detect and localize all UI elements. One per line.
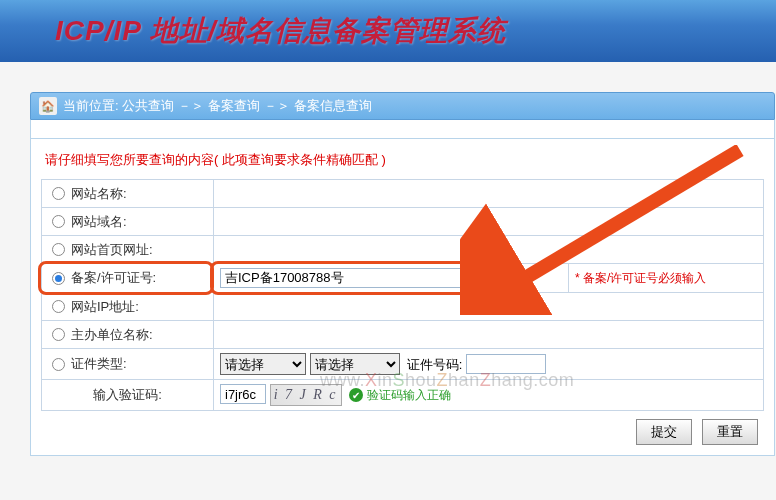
radio-org-name[interactable] xyxy=(52,328,65,341)
captcha-image[interactable]: i 7 J R c xyxy=(270,384,342,406)
form-instruction: 请仔细填写您所要查询的内容( 此项查询要求条件精确匹配 ) xyxy=(45,151,764,169)
breadcrumb-l3: 备案信息查询 xyxy=(294,97,372,115)
breadcrumb-l2[interactable]: 备案查询 xyxy=(208,97,260,115)
radio-cert-type[interactable] xyxy=(52,358,65,371)
cert-type-select-1[interactable]: 请选择 xyxy=(220,353,306,375)
radio-site-name[interactable] xyxy=(52,187,65,200)
icp-number-input[interactable] xyxy=(220,268,480,288)
breadcrumb-l1[interactable]: 公共查询 xyxy=(122,97,174,115)
reset-button[interactable]: 重置 xyxy=(702,419,758,445)
home-icon[interactable]: 🏠 xyxy=(39,97,57,115)
query-form-table: 网站名称: 网站域名: 网站首页网址: 备案/许可证号: xyxy=(41,179,764,411)
input-site-url[interactable] xyxy=(214,236,764,264)
cert-no-label: 证件号码: xyxy=(407,357,463,372)
breadcrumb-label: 当前位置: xyxy=(63,97,119,115)
captcha-ok-badge: 验证码输入正确 xyxy=(349,387,451,404)
query-form-panel: 请仔细填写您所要查询的内容( 此项查询要求条件精确匹配 ) 网站名称: 网站域名… xyxy=(30,138,775,456)
radio-site-ip[interactable] xyxy=(52,300,65,313)
captcha-input[interactable] xyxy=(220,384,266,404)
radio-site-domain[interactable] xyxy=(52,215,65,228)
page-title: ICP/IP 地址/域名信息备案管理系统 xyxy=(55,12,506,50)
radio-site-url[interactable] xyxy=(52,243,65,256)
input-site-name[interactable] xyxy=(214,180,764,208)
header-banner: ICP/IP 地址/域名信息备案管理系统 xyxy=(0,0,776,62)
input-site-domain[interactable] xyxy=(214,208,764,236)
breadcrumb: 🏠 当前位置: 公共查询 －＞ 备案查询 －＞ 备案信息查询 xyxy=(30,92,775,120)
cert-no-input[interactable] xyxy=(466,354,546,374)
cert-type-select-2[interactable]: 请选择 xyxy=(310,353,400,375)
submit-button[interactable]: 提交 xyxy=(636,419,692,445)
radio-icp-number[interactable] xyxy=(52,272,65,285)
icp-required-note: * 备案/许可证号必须输入 xyxy=(575,271,706,285)
input-org-name[interactable] xyxy=(214,321,764,349)
captcha-label: 输入验证码: xyxy=(93,387,162,402)
input-site-ip[interactable] xyxy=(214,293,764,321)
